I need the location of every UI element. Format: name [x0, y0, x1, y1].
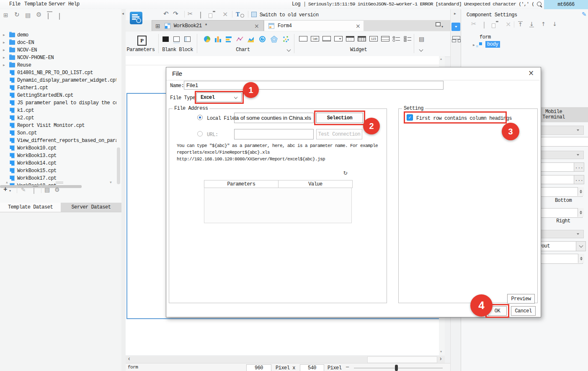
copy-icon[interactable] [200, 12, 201, 18]
tree-item[interactable]: ▶ NCOV-EN [0, 46, 116, 54]
log-message[interactable]: Seriously:15:11:59 initGeoJSON-52—worker… [308, 1, 534, 7]
url-input[interactable] [234, 129, 314, 139]
canvas-horizontal-scrollbar[interactable]: ‹ › [126, 356, 445, 363]
tree-item[interactable]: ▶ View_different_reports_based_on_parame… [0, 137, 116, 144]
new-report-icon[interactable]: ⊞ [3, 12, 8, 18]
test-connection-button[interactable]: Test Connection [316, 129, 362, 139]
spinner-arrows[interactable] [578, 208, 584, 217]
preview-dataset-icon[interactable]: ▤ [44, 187, 50, 193]
edit-dataset-icon[interactable]: ✎ [21, 187, 26, 193]
cut-icon[interactable]: ✂ [471, 21, 477, 27]
local-file-input[interactable]: data of some counties in China.xls [234, 113, 314, 123]
edit-pencil-icon[interactable]: ✎ [582, 11, 587, 17]
parameters-label[interactable]: Parameters [126, 47, 156, 53]
scroll-down-icon[interactable]: ▼ [440, 350, 442, 353]
user-badge[interactable]: mt6666 [544, 0, 588, 9]
switch-old-version-button[interactable]: Switch to old version [260, 12, 319, 18]
widget-preview-icon[interactable]: ▤ [419, 36, 424, 42]
template-datasource-icon[interactable] [130, 12, 142, 24]
tree-item[interactable]: ▶ Reuse [0, 62, 116, 69]
checkbox-group-widget-icon[interactable] [404, 36, 412, 42]
value-column-header[interactable]: Value [278, 180, 353, 188]
chart-expand-icon[interactable] [287, 48, 291, 52]
tree-item[interactable]: ▶ WorkBook14.cpt [0, 160, 116, 167]
tree-vertical-scrollbar[interactable] [117, 147, 120, 184]
redo-icon[interactable]: ↷ [173, 11, 178, 17]
radar-chart-icon[interactable] [271, 36, 278, 43]
tab-list-caret-icon[interactable]: ▼ [441, 25, 443, 28]
collapse-panel-icon[interactable]: ▶ [454, 12, 456, 15]
column-chart-icon[interactable] [214, 36, 222, 43]
tree-item[interactable]: ▶ doc-EN [0, 39, 116, 46]
body-node-label[interactable]: body [485, 41, 500, 48]
template-settings-icon[interactable]: ⚙ [36, 12, 41, 18]
tree-item[interactable]: ▶ WorkBook13.cpt [0, 152, 116, 160]
delete-icon[interactable]: × [505, 21, 511, 28]
collapse-down-icon[interactable]: ▼ [110, 180, 112, 184]
close-tab-icon[interactable]: × [356, 23, 361, 29]
move-down-icon[interactable]: ↓ [552, 21, 557, 27]
tab-workbook21[interactable]: ⊞ WorkBook21 * × [152, 20, 264, 32]
menu-help[interactable]: Help [68, 1, 80, 7]
menu-server[interactable]: Server [49, 1, 65, 7]
tree-item[interactable]: ▶ k1.cpt [0, 107, 116, 114]
copy-icon[interactable] [484, 22, 485, 28]
move-bottom-icon[interactable]: ↓ [529, 21, 534, 27]
add-dataset-icon[interactable]: + [3, 186, 8, 193]
undo-icon[interactable]: ↶ [163, 11, 169, 17]
spinner-arrows[interactable] [578, 254, 584, 263]
url-radio[interactable] [197, 131, 203, 137]
new-tab-icon[interactable]: ⊞ [155, 23, 160, 29]
tree-item[interactable]: ▶ 014801_NB_PR_TO_DO_LIST.cpt [0, 69, 116, 77]
expander-icon[interactable]: ▶ [3, 56, 5, 59]
body-expander-icon[interactable]: ▶ [473, 43, 475, 47]
width-input[interactable]: 960 [246, 364, 271, 371]
gauge-chart-icon[interactable] [259, 36, 266, 43]
expander-icon[interactable]: ▶ [3, 41, 5, 44]
refresh-parameters-icon[interactable]: ↻ [343, 168, 348, 177]
tab-template-dataset[interactable]: Template Dataset [0, 203, 61, 212]
find-text-icon[interactable]: T [236, 11, 240, 18]
collapse-sidebar-icon[interactable]: ◀ [122, 12, 124, 15]
dialog-close-icon[interactable]: × [528, 70, 534, 77]
zoom-out-icon[interactable]: — [346, 364, 349, 370]
name-input[interactable]: File1 [184, 81, 444, 90]
widget-label[interactable]: Widget [296, 47, 421, 53]
add-dataset-caret-icon[interactable]: ▼ [9, 189, 11, 193]
cancel-button[interactable]: Cancel [511, 306, 536, 316]
chart-label[interactable]: Chart [201, 47, 285, 53]
duplicate-icon[interactable] [59, 13, 60, 20]
close-tab-icon[interactable]: × [254, 23, 259, 29]
tree-item[interactable]: ▶ demo [0, 31, 116, 39]
zoom-slider-handle[interactable] [395, 365, 398, 371]
grid-block-icon[interactable] [184, 36, 191, 42]
splitter-handle[interactable] [56, 182, 63, 183]
refresh-icon[interactable]: ↻ [14, 12, 20, 18]
button-widget-icon[interactable] [322, 36, 331, 41]
expander-icon[interactable]: ▶ [3, 48, 5, 52]
number-widget-icon[interactable]: 123 [369, 36, 378, 41]
panel-widget-icon[interactable]: :: [346, 36, 354, 41]
textarea-widget-icon[interactable] [381, 36, 389, 41]
tree-item[interactable]: ▶ JS parameter panel to display the corr… [0, 99, 116, 107]
delete-dataset-icon[interactable] [34, 188, 34, 194]
date-widget-icon[interactable] [358, 36, 366, 41]
delete-icon[interactable]: × [222, 11, 228, 18]
split-block-icon[interactable] [173, 36, 180, 44]
combobox-widget-icon[interactable] [334, 36, 343, 41]
blank-block-icon[interactable] [162, 36, 169, 42]
scroll-up-icon[interactable]: ▲ [440, 57, 442, 61]
bar-chart-icon[interactable] [225, 36, 232, 43]
layout-panel-icon[interactable] [452, 36, 460, 39]
search-icon[interactable] [537, 2, 542, 6]
tab-server-dataset[interactable]: Server Dataset [61, 203, 121, 212]
expander-icon[interactable]: ▶ [3, 33, 5, 37]
parameters-icon[interactable]: P [137, 36, 147, 46]
tree-item[interactable]: ▶ Father1.cpt [0, 84, 116, 92]
menu-template[interactable]: Template [24, 1, 47, 7]
tree-item[interactable]: ▶ WorkBook17.cpt [0, 175, 116, 182]
label-widget-icon[interactable]: lab [311, 36, 319, 41]
expander-icon[interactable]: ▶ [3, 63, 5, 67]
cut-icon[interactable]: ✂ [188, 11, 193, 17]
log-label[interactable]: Log [292, 1, 300, 7]
